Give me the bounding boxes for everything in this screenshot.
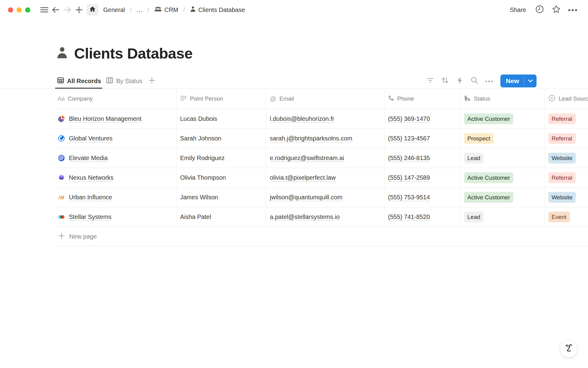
lead-source-badge[interactable]: Website bbox=[548, 192, 576, 203]
status-badge[interactable]: Lead bbox=[464, 153, 484, 163]
lead-source-badge[interactable]: Referral bbox=[548, 113, 576, 124]
phone-cell[interactable]: (555) 147-2589 bbox=[384, 168, 460, 187]
minimize-window-button[interactable] bbox=[17, 7, 22, 13]
phone-link[interactable]: (555) 753-9514 bbox=[388, 194, 430, 201]
email-link[interactable]: jwilson@quantumquill.com bbox=[270, 194, 342, 201]
breadcrumb-item-general[interactable]: General bbox=[101, 6, 127, 14]
add-view-button[interactable] bbox=[145, 76, 158, 86]
phone-link[interactable]: (555) 147-2589 bbox=[388, 174, 430, 181]
email-cell[interactable]: a.patel@stellarsystems.io bbox=[266, 207, 384, 227]
email-cell[interactable]: olivia.t@pixelperfect.law bbox=[266, 168, 384, 187]
zoom-window-button[interactable] bbox=[25, 7, 30, 13]
lead-source-badge[interactable]: Event bbox=[548, 212, 570, 222]
status-cell[interactable]: Lead bbox=[460, 207, 545, 227]
column-header-point-person[interactable]: Point Person bbox=[176, 89, 266, 109]
email-link[interactable]: sarah.j@brightsparksolns.com bbox=[270, 135, 352, 142]
column-header-status[interactable]: Status bbox=[460, 89, 545, 109]
point-person-cell[interactable]: James Wilson bbox=[176, 188, 266, 207]
company-link[interactable]: Urban Influence bbox=[69, 194, 112, 201]
lead-source-badge[interactable]: Referral bbox=[548, 172, 576, 183]
table-row[interactable]: Nexus Networks Olivia Thompson olivia.t@… bbox=[54, 168, 588, 187]
company-link[interactable]: Elevate Media bbox=[69, 155, 108, 162]
automations-button[interactable] bbox=[454, 75, 466, 87]
email-link[interactable]: olivia.t@pixelperfect.law bbox=[270, 174, 336, 181]
close-window-button[interactable] bbox=[8, 7, 13, 13]
phone-cell[interactable]: (555) 369-1470 bbox=[384, 109, 460, 128]
phone-link[interactable]: (555) 246-8135 bbox=[388, 155, 430, 162]
column-header-company[interactable]: Aa Company bbox=[54, 89, 176, 109]
email-link[interactable]: l.dubois@bleuhorizon.fr bbox=[270, 115, 334, 122]
sort-button[interactable] bbox=[439, 75, 451, 87]
sidebar-menu-button[interactable] bbox=[38, 4, 50, 16]
lead-source-badge[interactable]: Website bbox=[548, 153, 576, 163]
table-row[interactable]: Urban Influence James Wilson jwilson@qua… bbox=[54, 187, 588, 207]
point-person-cell[interactable]: Emily Rodriguez bbox=[176, 148, 266, 168]
status-badge[interactable]: Active Customer bbox=[464, 192, 513, 203]
new-record-button[interactable]: New bbox=[500, 75, 524, 87]
search-button[interactable] bbox=[469, 75, 480, 87]
tab-all-records[interactable]: All Records bbox=[55, 74, 104, 88]
lead-source-cell[interactable]: Website bbox=[545, 188, 588, 207]
email-cell[interactable]: jwilson@quantumquill.com bbox=[266, 188, 384, 207]
company-link[interactable]: Nexus Networks bbox=[69, 174, 114, 181]
email-link[interactable]: a.patel@stellarsystems.io bbox=[270, 213, 340, 220]
column-header-lead-source[interactable]: Lead Source bbox=[545, 89, 588, 109]
phone-link[interactable]: (555) 369-1470 bbox=[388, 115, 430, 122]
lead-source-cell[interactable]: Referral bbox=[545, 109, 588, 128]
home-button[interactable] bbox=[87, 4, 98, 16]
lead-source-cell[interactable]: Event bbox=[545, 207, 588, 227]
company-link[interactable]: Bleu Horizon Management bbox=[69, 115, 141, 122]
status-cell[interactable]: Active Customer bbox=[460, 188, 545, 207]
status-cell[interactable]: Lead bbox=[460, 148, 545, 168]
status-badge[interactable]: Active Customer bbox=[464, 172, 513, 183]
phone-cell[interactable]: (555) 753-9514 bbox=[384, 188, 460, 207]
point-person-cell[interactable]: Olivia Thompson bbox=[176, 168, 266, 187]
company-link[interactable]: Global Ventures bbox=[69, 135, 112, 142]
column-header-phone[interactable]: Phone bbox=[384, 89, 460, 109]
phone-link[interactable]: (555) 123-4567 bbox=[388, 135, 430, 142]
table-row[interactable]: Bleu Horizon Management Lucas Dubois l.d… bbox=[54, 109, 588, 128]
table-row[interactable]: Global Ventures Sarah Johnson sarah.j@br… bbox=[54, 128, 588, 148]
share-button[interactable]: Share bbox=[507, 5, 529, 15]
page-title[interactable]: Clients Database bbox=[74, 45, 193, 62]
breadcrumb-item-crm[interactable]: CRM bbox=[152, 5, 180, 15]
notion-ai-button[interactable] bbox=[560, 340, 578, 358]
lead-source-cell[interactable]: Referral bbox=[545, 129, 588, 148]
tab-by-status[interactable]: By Status bbox=[104, 74, 145, 88]
phone-link[interactable]: (555) 741-8520 bbox=[388, 213, 430, 220]
filter-button[interactable] bbox=[424, 75, 436, 87]
view-options-button[interactable] bbox=[483, 75, 495, 87]
phone-cell[interactable]: (555) 741-8520 bbox=[384, 207, 460, 227]
lead-source-cell[interactable]: Website bbox=[545, 148, 588, 168]
status-badge[interactable]: Prospect bbox=[464, 133, 494, 144]
more-options-button[interactable] bbox=[567, 4, 579, 16]
table-row[interactable]: Elevate Media Emily Rodriguez e.rodrigue… bbox=[54, 148, 588, 168]
status-badge[interactable]: Lead bbox=[464, 212, 484, 222]
email-cell[interactable]: e.rodriguez@swiftstream.ai bbox=[266, 148, 384, 168]
point-person-cell[interactable]: Lucas Dubois bbox=[176, 109, 266, 128]
back-button[interactable] bbox=[50, 4, 62, 16]
point-person-cell[interactable]: Aisha Patel bbox=[176, 207, 266, 227]
status-cell[interactable]: Active Customer bbox=[460, 109, 545, 128]
table-row[interactable]: Stellar Systems Aisha Patel a.patel@stel… bbox=[54, 207, 588, 227]
status-badge[interactable]: Active Customer bbox=[464, 113, 513, 124]
status-cell[interactable]: Active Customer bbox=[460, 168, 545, 187]
email-cell[interactable]: l.dubois@bleuhorizon.fr bbox=[266, 109, 384, 128]
updates-history-button[interactable] bbox=[533, 4, 546, 16]
lead-source-badge[interactable]: Referral bbox=[548, 133, 576, 144]
page-icon-person[interactable] bbox=[56, 46, 69, 61]
status-cell[interactable]: Prospect bbox=[460, 129, 545, 148]
new-page-row[interactable]: New page bbox=[54, 227, 588, 246]
favorite-button[interactable] bbox=[550, 4, 562, 16]
new-record-dropdown-button[interactable] bbox=[524, 75, 537, 87]
lead-source-cell[interactable]: Referral bbox=[545, 168, 588, 187]
breadcrumb-item-clients-database[interactable]: Clients Database bbox=[188, 5, 247, 15]
column-header-email[interactable]: @ Email bbox=[266, 89, 384, 109]
point-person-cell[interactable]: Sarah Johnson bbox=[176, 129, 266, 148]
email-cell[interactable]: sarah.j@brightsparksolns.com bbox=[266, 129, 384, 148]
email-link[interactable]: e.rodriguez@swiftstream.ai bbox=[270, 155, 344, 162]
phone-cell[interactable]: (555) 123-4567 bbox=[384, 129, 460, 148]
new-tab-button[interactable] bbox=[73, 4, 85, 16]
forward-button[interactable] bbox=[62, 4, 73, 16]
phone-cell[interactable]: (555) 246-8135 bbox=[384, 148, 460, 168]
